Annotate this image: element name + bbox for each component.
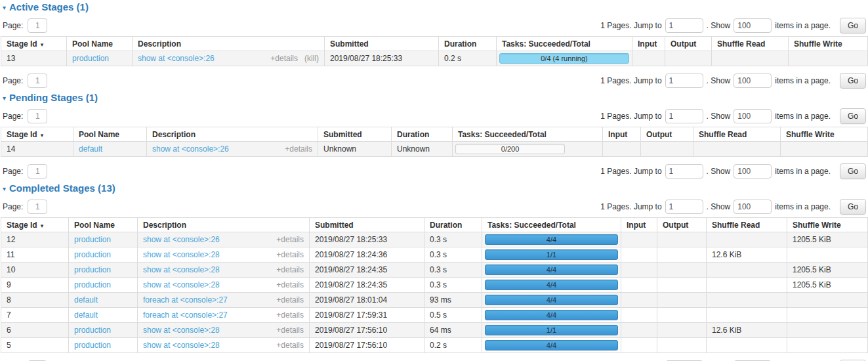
details-toggle[interactable]: +details — [276, 341, 304, 350]
column-header-submitted[interactable]: Submitted — [325, 37, 439, 51]
page-number-input[interactable] — [28, 74, 47, 88]
column-header-shuffle-write[interactable]: Shuffle Write — [787, 218, 868, 232]
column-header-description[interactable]: Description — [147, 127, 318, 142]
description-link[interactable]: show at <console>:28 — [143, 265, 220, 274]
column-header-input[interactable]: Input — [632, 37, 665, 51]
details-toggle[interactable]: +details — [276, 250, 304, 259]
column-header-shuffle-write[interactable]: Shuffle Write — [789, 37, 868, 51]
column-header-description[interactable]: Description — [133, 37, 325, 51]
description-link[interactable]: foreach at <console>:27 — [143, 310, 228, 320]
go-button[interactable]: Go — [840, 199, 866, 215]
column-header-shuffle-write[interactable]: Shuffle Write — [781, 127, 868, 142]
details-toggle[interactable]: +details — [285, 144, 312, 154]
pool-name-link[interactable]: production — [72, 54, 109, 63]
column-header-output[interactable]: Output — [657, 218, 707, 232]
description-link[interactable]: show at <console>:28 — [143, 250, 220, 259]
description-link[interactable]: show at <console>:26 — [152, 144, 229, 154]
column-header-tasks-succeeded-total[interactable]: Tasks: Succeeded/Total — [497, 37, 632, 51]
stage-row: 9productionshow at <console>:28+details2… — [1, 278, 868, 293]
column-header-shuffle-read[interactable]: Shuffle Read — [712, 37, 789, 51]
column-header-label: Stage Id — [7, 39, 37, 49]
details-toggle[interactable]: +details — [276, 295, 304, 305]
jump-to-page-input[interactable] — [665, 74, 703, 88]
page-size-input[interactable] — [734, 200, 772, 214]
page-size-input[interactable] — [734, 164, 772, 179]
page-size-input[interactable] — [734, 74, 772, 88]
column-header-shuffle-read[interactable]: Shuffle Read — [707, 218, 787, 232]
details-toggle[interactable]: +details — [276, 280, 304, 289]
column-header-stage-id[interactable]: Stage Id▾ — [1, 218, 69, 232]
column-header-label: Duration — [397, 130, 429, 139]
column-header-stage-id[interactable]: Stage Id▾ — [1, 37, 67, 51]
stage-row: 5productionshow at <console>:28+details2… — [1, 338, 868, 353]
details-toggle[interactable]: +details — [276, 235, 304, 244]
column-header-input[interactable]: Input — [603, 127, 641, 142]
details-toggle[interactable]: +details — [276, 326, 304, 335]
description-link[interactable]: show at <console>:28 — [143, 326, 220, 335]
page-number-input[interactable] — [28, 18, 47, 33]
page-size-input[interactable] — [734, 18, 772, 33]
page-number-input[interactable] — [28, 200, 47, 214]
details-toggle[interactable]: +details — [276, 310, 304, 320]
column-header-submitted[interactable]: Submitted — [318, 127, 392, 142]
go-button[interactable]: Go — [840, 73, 866, 89]
stage-id-cell: 9 — [1, 278, 69, 293]
section-header-active-stages[interactable]: ▾Active Stages (1) — [3, 1, 867, 12]
task-progress-bar: 4/4 — [485, 265, 618, 275]
jump-to-page-input[interactable] — [665, 18, 703, 33]
go-button[interactable]: Go — [840, 108, 866, 124]
column-header-pool-name[interactable]: Pool Name — [73, 127, 147, 142]
column-header-label: Output — [646, 130, 672, 139]
section-header-pending-stages[interactable]: ▾Pending Stages (1) — [3, 91, 867, 102]
column-header-tasks-succeeded-total[interactable]: Tasks: Succeeded/Total — [482, 218, 621, 232]
column-header-pool-name[interactable]: Pool Name — [67, 37, 133, 51]
jump-to-page-input[interactable] — [665, 164, 703, 179]
header-row: Stage Id▾Pool NameDescriptionSubmittedDu… — [1, 37, 868, 51]
pool-name-link[interactable]: production — [74, 341, 111, 350]
column-header-output[interactable]: Output — [665, 37, 712, 51]
column-header-submitted[interactable]: Submitted — [310, 218, 424, 232]
description-link[interactable]: show at <console>:28 — [143, 280, 220, 289]
page-number-input[interactable] — [28, 164, 47, 179]
show-label: . Show — [707, 21, 731, 30]
column-header-input[interactable]: Input — [621, 218, 657, 232]
column-header-output[interactable]: Output — [641, 127, 693, 142]
column-header-duration[interactable]: Duration — [439, 37, 497, 51]
pool-name-link[interactable]: default — [74, 295, 98, 305]
pool-name-link[interactable]: production — [74, 235, 111, 244]
items-in-page-label: items in a page. — [775, 76, 831, 85]
go-button[interactable]: Go — [840, 163, 866, 179]
pool-name-link[interactable]: default — [79, 144, 102, 154]
header-row: Stage Id▾Pool NameDescriptionSubmittedDu… — [1, 127, 868, 142]
column-header-tasks-succeeded-total[interactable]: Tasks: Succeeded/Total — [453, 127, 603, 142]
description-cell: foreach at <console>:27+details — [138, 308, 310, 323]
pool-name-cell: production — [69, 247, 138, 263]
pool-name-link[interactable]: production — [74, 265, 111, 274]
column-header-duration[interactable]: Duration — [424, 218, 482, 232]
description-link[interactable]: show at <console>:28 — [143, 341, 220, 350]
column-header-pool-name[interactable]: Pool Name — [69, 218, 138, 232]
page-number-input[interactable] — [28, 109, 47, 123]
go-button[interactable]: Go — [840, 18, 866, 33]
section-header-completed-stages[interactable]: ▾Completed Stages (13) — [3, 182, 867, 193]
pool-name-link[interactable]: default — [74, 310, 98, 320]
pool-name-link[interactable]: production — [74, 280, 111, 289]
shuffle-write-cell — [787, 247, 868, 263]
column-header-stage-id[interactable]: Stage Id▾ — [1, 127, 73, 142]
description-link[interactable]: foreach at <console>:27 — [143, 295, 228, 305]
pool-name-link[interactable]: production — [74, 250, 111, 259]
page-size-input[interactable] — [734, 109, 772, 123]
pages-jump-label: 1 Pages. Jump to — [600, 112, 661, 121]
jump-to-page-input[interactable] — [665, 109, 703, 123]
pool-name-link[interactable]: production — [74, 326, 111, 335]
details-toggle[interactable]: +details — [270, 54, 298, 63]
jump-to-page-input[interactable] — [665, 200, 703, 214]
column-header-duration[interactable]: Duration — [392, 127, 453, 142]
description-link[interactable]: show at <console>:26 — [143, 235, 220, 244]
column-header-shuffle-read[interactable]: Shuffle Read — [693, 127, 781, 142]
stage-id-cell: 14 — [1, 142, 73, 157]
details-toggle[interactable]: +details — [276, 265, 304, 274]
kill-link[interactable]: (kill) — [304, 54, 319, 63]
description-link[interactable]: show at <console>:26 — [138, 54, 215, 63]
column-header-description[interactable]: Description — [138, 218, 310, 232]
